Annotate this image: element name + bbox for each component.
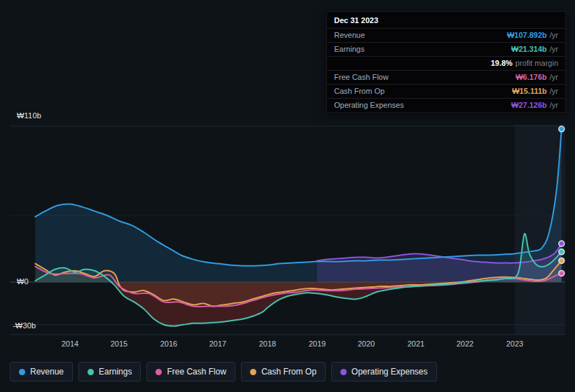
x-tick-2015: 2015	[104, 340, 134, 348]
tooltip-row-free-cash-flow: Free Cash Flow ₩6.176b /yr	[327, 70, 565, 84]
tooltip-row-cash-from-op: Cash From Op ₩15.111b /yr	[327, 84, 565, 98]
x-tick-2016: 2016	[153, 340, 184, 348]
tooltip-label: Free Cash Flow	[334, 73, 515, 82]
tooltip-suffix: /yr	[550, 101, 558, 110]
tooltip-value: ₩6.176b	[515, 73, 547, 82]
legend-label: Cash From Op	[261, 367, 317, 377]
x-tick-2022: 2022	[450, 340, 480, 348]
tooltip-label: Cash From Op	[334, 87, 512, 96]
legend-item-free-cash-flow[interactable]: Free Cash Flow	[146, 362, 235, 382]
legend-label: Free Cash Flow	[167, 367, 226, 377]
tooltip-suffix: /yr	[550, 31, 558, 40]
tooltip-row-operating-expenses: Operating Expenses ₩27.126b /yr	[327, 98, 565, 112]
tooltip-suffix: profit margin	[515, 59, 558, 68]
tooltip-date: Dec 31 2023	[327, 12, 565, 28]
legend-item-revenue[interactable]: Revenue	[10, 362, 73, 382]
legend-item-cash-from-op[interactable]: Cash From Op	[241, 362, 326, 382]
tooltip-label: Revenue	[334, 31, 507, 40]
tooltip-row-profit-margin: 19.8% profit margin	[327, 56, 565, 70]
tooltip-value: ₩107.892b	[507, 31, 547, 40]
tooltip-row-revenue: Revenue ₩107.892b /yr	[327, 28, 565, 42]
y-axis-label-bottom: -₩30b	[13, 321, 36, 330]
legend-label: Revenue	[30, 367, 64, 377]
x-tick-2019: 2019	[302, 340, 333, 348]
earnings-dot-icon	[88, 369, 94, 375]
tooltip-suffix: /yr	[550, 73, 558, 82]
tooltip-value: ₩27.126b	[511, 101, 547, 110]
x-tick-2014: 2014	[55, 340, 85, 348]
legend-item-earnings[interactable]: Earnings	[78, 362, 141, 382]
tooltip-suffix: /yr	[550, 45, 558, 54]
legend-item-operating-expenses[interactable]: Operating Expenses	[331, 362, 437, 382]
cash-from-op-dot-icon	[250, 369, 256, 375]
x-tick-2018: 2018	[252, 340, 283, 348]
y-axis-label-zero: ₩0	[17, 277, 29, 286]
free-cash-flow-dot-icon	[155, 369, 162, 375]
tooltip-value: ₩15.111b	[512, 87, 547, 96]
tooltip-value: ₩21.314b	[511, 45, 547, 54]
chart-panel: ₩110b ₩0 -₩30b 2014 2015 2016 2017 2018 …	[0, 0, 575, 392]
legend-label: Earnings	[99, 367, 132, 377]
y-axis-label-top: ₩110b	[17, 111, 41, 120]
revenue-dot-icon	[19, 369, 25, 375]
x-tick-2017: 2017	[202, 340, 233, 348]
tooltip-row-earnings: Earnings ₩21.314b /yr	[327, 42, 565, 56]
x-tick-2021: 2021	[401, 340, 431, 348]
legend-label: Operating Expenses	[352, 367, 428, 377]
chart-legend: Revenue Earnings Free Cash Flow Cash Fro…	[10, 362, 437, 382]
x-tick-2023: 2023	[499, 340, 530, 348]
operating-expenses-dot-icon	[340, 369, 347, 375]
tooltip-suffix: /yr	[550, 87, 558, 96]
chart-tooltip: Dec 31 2023 Revenue ₩107.892b /yr Earnin…	[326, 11, 566, 113]
x-tick-2020: 2020	[351, 340, 382, 348]
tooltip-value: 19.8%	[491, 59, 513, 68]
tooltip-label: Earnings	[334, 45, 511, 54]
tooltip-label: Operating Expenses	[334, 101, 511, 110]
